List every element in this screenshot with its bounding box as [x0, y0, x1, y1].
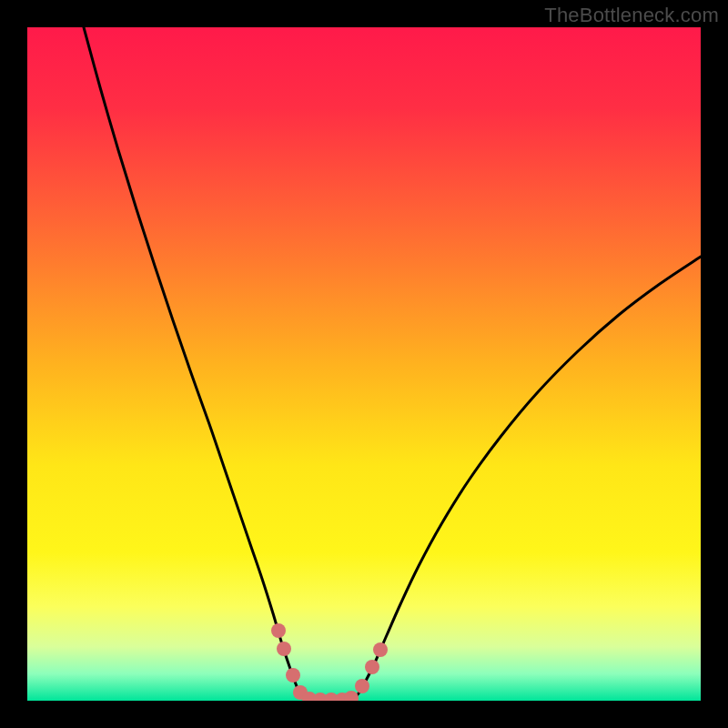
- marker-point: [365, 660, 379, 674]
- marker-point: [355, 679, 369, 693]
- marker-point: [271, 623, 286, 638]
- plot-area: [27, 27, 701, 701]
- gradient-background: [27, 27, 701, 701]
- chart-frame: TheBottleneck.com: [0, 0, 728, 728]
- marker-point: [277, 642, 291, 656]
- chart-svg: [27, 27, 701, 701]
- marker-point: [373, 642, 388, 657]
- marker-point: [286, 668, 300, 682]
- watermark-text: TheBottleneck.com: [544, 4, 719, 27]
